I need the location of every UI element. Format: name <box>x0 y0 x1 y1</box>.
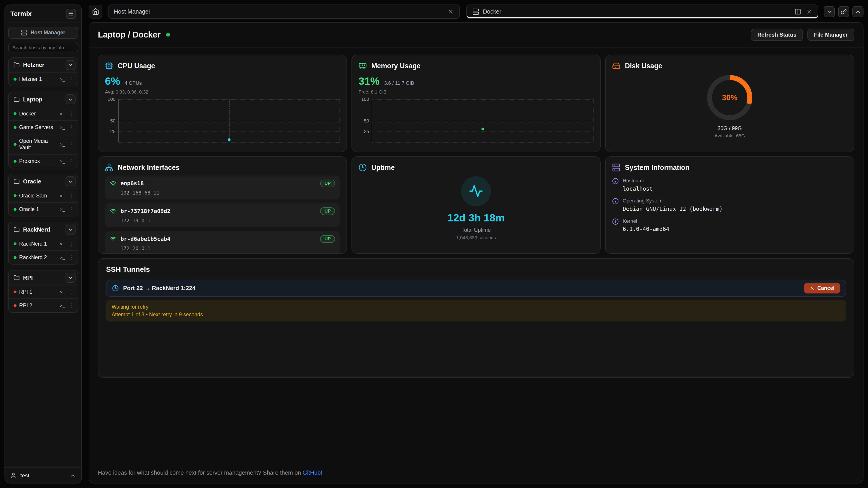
chevron-up-icon <box>855 8 861 15</box>
status-dot <box>13 78 16 80</box>
clock-icon <box>359 163 367 172</box>
kebab-menu-icon[interactable]: ⋮ <box>68 76 74 82</box>
tab-close-icon[interactable] <box>448 8 454 15</box>
kebab-menu-icon[interactable]: ⋮ <box>68 141 74 147</box>
host-item[interactable]: Hetzner 1 >_ ⋮ <box>8 72 78 86</box>
terminal-icon[interactable]: >_ <box>60 255 65 260</box>
group-collapse-button[interactable] <box>66 60 75 70</box>
terminal-icon[interactable]: >_ <box>60 241 65 246</box>
terminal-icon[interactable]: >_ <box>60 207 65 212</box>
time-marker <box>483 99 483 142</box>
kebab-menu-icon[interactable]: ⋮ <box>68 193 74 198</box>
terminal-icon[interactable]: >_ <box>60 290 65 294</box>
memory-free: Free: 8.1 GiB <box>359 89 594 95</box>
terminal-icon[interactable]: >_ <box>60 111 65 116</box>
main-area: Host Manager Docker Laptop / Docker <box>89 4 864 484</box>
folder-icon <box>13 62 20 68</box>
x-icon <box>810 286 815 291</box>
kebab-menu-icon[interactable]: ⋮ <box>68 111 74 116</box>
host-group-racknerd: RackNerd RackNerd 1 >_ ⋮ RackNerd 2 >_ ⋮ <box>8 222 78 265</box>
group-collapse-button[interactable] <box>66 94 75 104</box>
status-dot <box>13 194 16 197</box>
user-menu[interactable]: test <box>5 467 82 483</box>
hard-drive-icon <box>612 62 620 70</box>
tab-close-icon[interactable] <box>806 8 812 15</box>
system-info-label: Operating System <box>623 198 723 204</box>
kebab-menu-icon[interactable]: ⋮ <box>68 303 74 308</box>
status-badge: UP <box>320 207 335 215</box>
file-manager-button[interactable]: File Manager <box>807 29 854 41</box>
interface-name: br-73718f7a09d2 <box>121 208 170 215</box>
info-icon <box>612 178 619 184</box>
host-manager-button[interactable]: Host Manager <box>8 27 78 38</box>
host-item[interactable]: Game Servers >_ ⋮ <box>8 120 78 134</box>
kebab-menu-icon[interactable]: ⋮ <box>68 289 74 295</box>
host-item[interactable]: RackNerd 1 >_ ⋮ <box>8 237 78 250</box>
user-icon <box>10 473 17 479</box>
host-name: Proxmox <box>19 158 57 164</box>
memory-data-point <box>481 128 484 130</box>
kebab-menu-icon[interactable]: ⋮ <box>68 206 74 212</box>
group-header[interactable]: RackNerd <box>8 222 78 237</box>
interface-ip: 172.19.0.1 <box>121 218 335 223</box>
terminal-icon[interactable]: >_ <box>60 193 65 198</box>
group-collapse-button[interactable] <box>66 225 75 234</box>
host-item[interactable]: RPI 1 >_ ⋮ <box>8 285 78 298</box>
card-title: System Information <box>625 164 690 171</box>
host-item[interactable]: Open Media Vault >_ ⋮ <box>8 134 78 154</box>
kebab-menu-icon[interactable]: ⋮ <box>68 125 74 130</box>
key-button[interactable] <box>838 6 849 17</box>
menu-button[interactable] <box>66 9 76 19</box>
cancel-label: Cancel <box>817 285 835 291</box>
host-name: Oracle 1 <box>19 206 57 213</box>
group-header[interactable]: RPI <box>8 270 78 285</box>
cancel-tunnel-button[interactable]: Cancel <box>804 283 840 293</box>
host-item[interactable]: Proxmox >_ ⋮ <box>8 154 78 168</box>
group-name: Hetzner <box>23 62 44 68</box>
ssh-tunnels-section: SSH Tunnels Port 22 → RackNerd 1:224 Can… <box>98 258 854 378</box>
host-name: Oracle Sam <box>19 193 57 199</box>
folder-icon <box>13 227 20 233</box>
chevron-up-icon[interactable] <box>70 473 76 479</box>
username: test <box>20 473 66 479</box>
tab-docker[interactable]: Docker <box>466 4 818 19</box>
terminal-icon[interactable]: >_ <box>60 77 65 82</box>
disk-available-label: Available: 65G <box>715 133 745 138</box>
host-item[interactable]: Oracle Sam >_ ⋮ <box>8 189 78 202</box>
host-item[interactable]: Oracle 1 >_ ⋮ <box>8 202 78 216</box>
host-item[interactable]: RackNerd 2 >_ ⋮ <box>8 250 78 264</box>
system-info-row: Operating System Debian GNU/Linux 12 (bo… <box>612 198 847 212</box>
home-button[interactable] <box>89 5 102 19</box>
kebab-menu-icon[interactable]: ⋮ <box>68 241 74 247</box>
chevron-down-icon <box>826 8 833 15</box>
interface-row: br-73718f7a09d2 UP 172.19.0.1 <box>105 203 340 227</box>
refresh-status-button[interactable]: Refresh Status <box>751 29 803 41</box>
kebab-menu-icon[interactable]: ⋮ <box>68 255 74 260</box>
terminal-icon[interactable]: >_ <box>60 125 65 130</box>
github-link[interactable]: GitHub! <box>303 469 322 476</box>
host-item[interactable]: RPI 2 >_ ⋮ <box>8 298 78 312</box>
search-input[interactable] <box>8 43 78 53</box>
uptime-value: 12d 3h 18m <box>447 212 504 224</box>
activity-icon <box>469 184 483 198</box>
expand-panel-button[interactable] <box>852 6 864 17</box>
system-info-value: localhost <box>623 186 653 192</box>
terminal-icon[interactable]: >_ <box>60 142 65 147</box>
interface-list: enp6s18 UP 192.168.68.11 br-73718f7a09d2… <box>105 175 340 254</box>
group-header[interactable]: Oracle <box>8 174 78 189</box>
group-header[interactable]: Laptop <box>8 92 78 107</box>
group-collapse-button[interactable] <box>66 273 75 283</box>
group-header[interactable]: Hetzner <box>8 58 78 72</box>
collapse-panel-button[interactable] <box>824 6 835 17</box>
tab-host-manager[interactable]: Host Manager <box>108 4 460 19</box>
group-collapse-button[interactable] <box>66 176 75 186</box>
host-item[interactable]: Docker >_ ⋮ <box>8 107 78 120</box>
cpu-count: 4 CPUs <box>125 80 142 86</box>
terminal-icon[interactable]: >_ <box>60 303 65 308</box>
split-view-icon[interactable] <box>795 8 801 15</box>
page-header: Laptop / Docker Refresh Status File Mana… <box>89 23 863 47</box>
kebab-menu-icon[interactable]: ⋮ <box>68 158 74 164</box>
server-icon <box>612 163 620 172</box>
terminal-icon[interactable]: >_ <box>60 159 65 164</box>
system-information-card: System Information Hostname localhost Op… <box>605 156 854 254</box>
